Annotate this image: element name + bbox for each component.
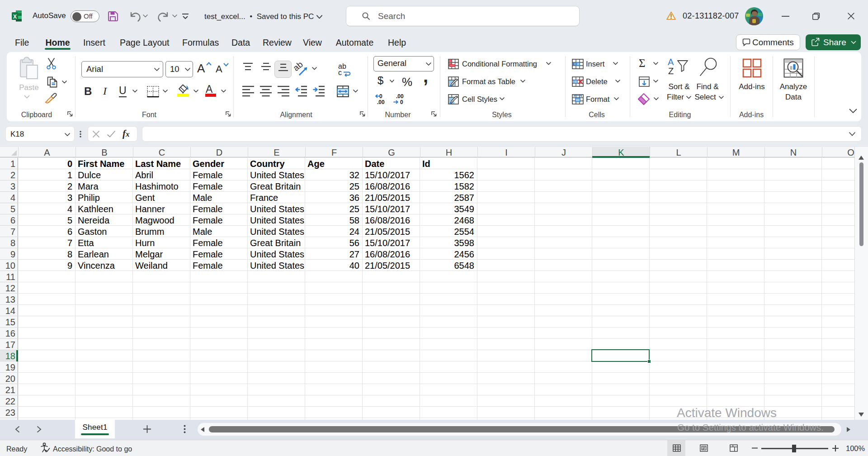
svg-text:0: 0 xyxy=(400,99,403,105)
svg-text:Z: Z xyxy=(668,66,674,76)
svg-text:A: A xyxy=(668,57,674,67)
svg-text:.00: .00 xyxy=(396,93,404,100)
svg-text:X: X xyxy=(13,14,17,20)
svg-text:c: c xyxy=(338,69,342,76)
svg-text:.00: .00 xyxy=(377,99,385,105)
